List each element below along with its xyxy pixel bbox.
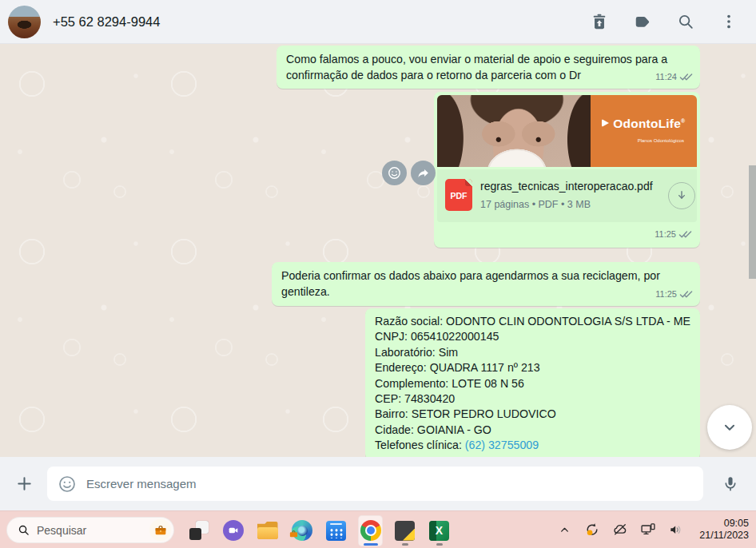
trash-unarchive-icon[interactable] [590,12,609,31]
system-tray [556,511,684,548]
data-line-endereco: Endereço: QUADRA 1117 nº 213 [375,360,690,375]
message-time: 11:25 [655,226,676,242]
message-composer [0,457,756,510]
odontolife-logo-icon [602,119,609,127]
tray-update-pending-icon[interactable] [584,522,600,538]
data-line-cep: CEP: 74830420 [375,391,690,407]
whatsapp-window: +55 62 8294-9944 Como falamos a pouco, v… [0,0,756,548]
pdf-preview-image[interactable]: OdontoLife® Planos Odontológicos [437,95,697,167]
taskbar-notes-icon[interactable] [392,515,417,546]
document-meta: 17 páginas • PDF • 3 MB [480,197,660,212]
chat-header: +55 62 8294-9944 [0,0,756,44]
message-input[interactable] [86,477,694,490]
pdf-file-icon: PDF [445,179,472,211]
message-meta: 11:25 [437,222,697,244]
search-icon[interactable] [676,12,695,31]
contact-name[interactable]: +55 62 8294-9944 [53,14,160,30]
message-confirm-request[interactable]: Poderia confirmar os dados abaixo para a… [272,262,700,306]
data-line-telefone: Telefones clínica: (62) 32755009 [375,438,690,453]
emoji-icon[interactable] [57,474,78,494]
contact-avatar[interactable] [8,6,41,38]
pdf-preview-brand-panel: OdontoLife® Planos Odontológicos [591,95,697,167]
windows-taskbar: X 09:05 21/11/2023 [0,510,756,548]
message-meta: 11:25 [655,286,693,302]
search-highlight-badge[interactable] [149,519,171,541]
scroll-to-bottom-button[interactable] [707,405,752,450]
tray-chevron-up-icon[interactable] [556,522,572,538]
briefcase-icon [153,523,168,538]
message-line: Poderia confirmar os dados abaixo para a… [281,268,690,284]
message-line: confirmação de dados para o retorno da p… [286,67,690,83]
menu-kebab-icon[interactable] [719,12,738,31]
attach-plus-icon[interactable] [14,474,34,494]
taskbar-file-explorer-icon[interactable] [255,515,280,546]
microphone-icon[interactable] [714,468,746,500]
pdf-preview-photo [437,95,591,167]
double-check-icon [679,73,693,81]
brand-name: OdontoLife® [613,113,685,132]
message-time: 11:24 [655,69,677,85]
taskbar-search-input[interactable] [37,524,142,537]
document-info: regras_tecnicas_interoperacao.pdf 17 pág… [480,179,660,212]
double-check-icon [678,230,692,239]
data-line-cnpj: CNPJ: 06541022000145 [375,329,690,344]
taskbar-video-app-icon[interactable] [221,515,245,546]
header-actions [590,12,738,31]
data-line-razao-social: Razão social: ODONTO CLIN ODONTOLOGIA S/… [375,314,690,329]
message-input-container [47,467,703,501]
message-time: 11:25 [655,286,677,302]
data-line-bairro: Bairro: SETOR PEDRO LUDOVICO [375,407,690,422]
chat-scrollbar-thumb[interactable] [749,165,756,279]
brand-subtitle: Planos Odontológicos [638,133,684,149]
taskbar-clock[interactable]: 09:05 21/11/2023 [699,511,749,548]
emoji-react-button[interactable] [382,161,407,185]
document-attachment[interactable]: PDF regras_tecnicas_interoperacao.pdf 17… [437,169,697,222]
taskbar-excel-icon[interactable]: X [427,515,452,546]
chat-message-list: Como falamos a pouco, vou enviar o mater… [0,44,756,457]
tray-volume-icon[interactable] [668,522,684,538]
clock-date: 21/11/2023 [699,530,749,542]
clock-time: 09:05 [724,518,749,530]
taskbar-calendar-icon[interactable] [324,515,348,546]
message-client-data[interactable]: Razão social: ODONTO CLIN ODONTOLOGIA S/… [365,308,700,457]
label-icon[interactable] [633,12,652,31]
forward-button[interactable] [411,161,436,185]
data-line-cidade: Cidade: GOIANIA - GO [375,423,690,438]
document-filename: regras_tecnicas_interoperacao.pdf [480,179,660,194]
message-line: Como falamos a pouco, vou enviar o mater… [286,51,690,67]
taskbar-chrome-icon[interactable] [358,515,383,546]
message-line: gentileza. [281,284,690,300]
phone-number-link[interactable]: (62) 32755009 [465,439,539,451]
message-intro[interactable]: Como falamos a pouco, vou enviar o mater… [277,46,700,89]
data-line-complemento: Complemento: LOTE 08 N 56 [375,376,690,391]
double-check-icon [679,290,693,299]
taskbar-task-view-icon[interactable] [186,515,211,546]
download-button[interactable] [668,182,695,209]
search-icon [18,524,30,536]
tray-onedrive-paused-icon[interactable] [612,522,628,538]
tray-network-display-icon[interactable] [640,522,656,538]
taskbar-search-box[interactable] [6,517,174,543]
message-document: OdontoLife® Planos Odontológicos PDF reg… [434,92,700,248]
taskbar-app-icons: X [186,514,452,546]
taskbar-edge-icon[interactable] [289,515,314,546]
data-line-laboratorio: Laboratório: Sim [375,345,690,360]
message-meta: 11:24 [655,69,693,85]
